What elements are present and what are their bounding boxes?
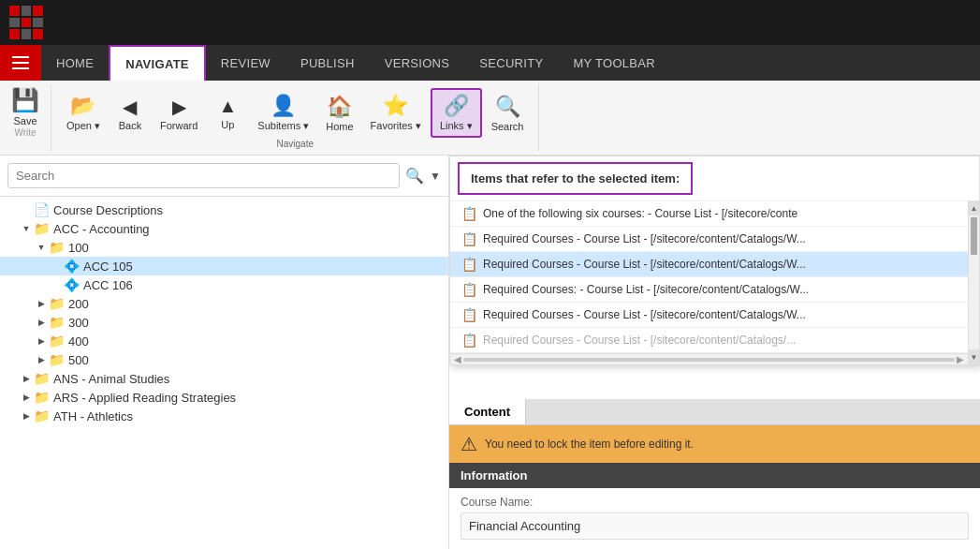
tree-item-acc[interactable]: ▼ 📁 ACC - Accounting bbox=[0, 219, 448, 238]
nav-review[interactable]: REVIEW bbox=[206, 45, 285, 81]
label-100: 100 bbox=[68, 241, 89, 255]
up-icon: ▲ bbox=[218, 96, 237, 117]
main-area: 🔍 ▼ 📄 Course Descriptions ▼ 📁 ACC - Acco… bbox=[0, 156, 980, 549]
tree-item-100[interactable]: ▼ 📁 100 bbox=[0, 238, 448, 257]
scroll-up-btn[interactable]: ▲ bbox=[969, 200, 979, 215]
back-icon: ◀ bbox=[123, 96, 137, 118]
label-acc: ACC - Accounting bbox=[53, 222, 150, 236]
link-text-4: Required Courses: - Course List - [/site… bbox=[483, 283, 809, 296]
link-item-2[interactable]: 📋 Required Courses - Course List - [/sit… bbox=[450, 227, 968, 252]
link-icon-6: 📋 bbox=[461, 333, 477, 348]
home-icon: 🏠 bbox=[327, 95, 352, 119]
back-button[interactable]: ◀ Back bbox=[110, 92, 151, 135]
toggle-acc106 bbox=[49, 277, 64, 292]
link-icon-5: 📋 bbox=[461, 307, 477, 322]
link-icon-2: 📋 bbox=[461, 231, 477, 246]
links-icon: 🔗 bbox=[444, 94, 469, 118]
search-bar: 🔍 ▼ bbox=[0, 156, 448, 197]
nav-home[interactable]: HOME bbox=[41, 45, 109, 81]
icon-ath: 📁 bbox=[34, 408, 50, 423]
favorites-button[interactable]: ⭐ Favorites ▾ bbox=[363, 90, 429, 136]
tree-item-course-desc[interactable]: 📄 Course Descriptions bbox=[0, 200, 448, 219]
top-bar bbox=[0, 0, 980, 45]
nav-publish[interactable]: PUBLISH bbox=[285, 45, 370, 81]
forward-button[interactable]: ▶ Forward bbox=[153, 92, 205, 135]
label-ars: ARS - Applied Reading Strategies bbox=[53, 391, 236, 405]
links-button[interactable]: 🔗 Links ▾ bbox=[431, 88, 482, 138]
toggle-200: ▶ bbox=[34, 296, 49, 311]
link-icon-4: 📋 bbox=[461, 282, 477, 297]
toggle-100: ▼ bbox=[34, 240, 49, 255]
nav-mytoolbar[interactable]: MY TOOLBAR bbox=[558, 45, 670, 81]
content-tabs: Content bbox=[449, 399, 980, 425]
info-form: Course Name: Financial Accounting bbox=[449, 488, 980, 547]
links-popup-list: 📋 One of the following six courses: - Co… bbox=[450, 200, 968, 353]
search-dropdown-arrow[interactable]: ▼ bbox=[430, 170, 441, 183]
subitems-icon: 👤 bbox=[271, 94, 296, 118]
popup-vscrollbar[interactable]: ▲ ▼ bbox=[968, 200, 979, 364]
icon-acc: 📁 bbox=[34, 221, 50, 236]
tree-item-200[interactable]: ▶ 📁 200 bbox=[0, 294, 448, 313]
link-text-2: Required Courses - Course List - [/sitec… bbox=[483, 232, 806, 245]
tree-item-ars[interactable]: ▶ 📁 ARS - Applied Reading Strategies bbox=[0, 388, 448, 407]
search-ribbon-button[interactable]: 🔍 Search bbox=[484, 91, 532, 136]
course-name-label: Course Name: bbox=[461, 496, 969, 509]
nav-security[interactable]: SECURITY bbox=[464, 45, 558, 81]
home-ribbon-button[interactable]: 🏠 Home bbox=[318, 91, 360, 136]
nav-versions[interactable]: VERSIONS bbox=[370, 45, 465, 81]
tree-item-400[interactable]: ▶ 📁 400 bbox=[0, 332, 448, 350]
warning-text: You need to lock the item before editing… bbox=[485, 438, 694, 451]
course-name-value: Financial Accounting bbox=[461, 512, 969, 540]
links-popup-title: Items that refer to the selected item: bbox=[458, 162, 693, 195]
tree-item-ath[interactable]: ▶ 📁 ATH - Athletics bbox=[0, 407, 448, 425]
link-text-5: Required Courses - Course List - [/sitec… bbox=[483, 308, 806, 321]
toggle-ans: ▶ bbox=[19, 371, 34, 386]
label-ans: ANS - Animal Studies bbox=[53, 372, 169, 386]
search-input[interactable] bbox=[7, 163, 400, 188]
label-200: 200 bbox=[68, 297, 89, 311]
content-panel: Items that refer to the selected item: 📋… bbox=[449, 156, 980, 549]
hamburger-menu[interactable] bbox=[0, 45, 41, 81]
link-icon-3: 📋 bbox=[461, 257, 477, 272]
popup-hscrollbar[interactable]: ◀▶ bbox=[450, 353, 968, 364]
label-500: 500 bbox=[68, 353, 89, 367]
toggle-500: ▶ bbox=[34, 352, 49, 367]
open-icon: 📂 bbox=[70, 94, 95, 118]
toggle-ath: ▶ bbox=[19, 408, 34, 423]
tab-content[interactable]: Content bbox=[449, 399, 526, 424]
tree-item-300[interactable]: ▶ 📁 300 bbox=[0, 313, 448, 332]
toggle-300: ▶ bbox=[34, 315, 49, 330]
open-button[interactable]: 📂 Open ▾ bbox=[59, 90, 108, 136]
subitems-button[interactable]: 👤 Subitems ▾ bbox=[250, 90, 316, 136]
label-acc106: ACC 106 bbox=[83, 278, 133, 292]
label-300: 300 bbox=[68, 316, 89, 330]
tree-item-ans[interactable]: ▶ 📁 ANS - Animal Studies bbox=[0, 369, 448, 388]
label-400: 400 bbox=[68, 334, 89, 349]
nav-navigate[interactable]: NAVIGATE bbox=[109, 45, 206, 81]
ribbon: 💾 Save Write 📂 Open ▾ ◀ Back ▶ Forward ▲ bbox=[0, 81, 980, 156]
app-logo[interactable] bbox=[9, 6, 43, 39]
scroll-down-btn[interactable]: ▼ bbox=[969, 349, 979, 364]
link-item-1[interactable]: 📋 One of the following six courses: - Co… bbox=[450, 201, 968, 227]
tree-item-acc105[interactable]: 💠 ACC 105 bbox=[0, 257, 448, 275]
scroll-thumb[interactable] bbox=[971, 217, 977, 255]
sidebar: 🔍 ▼ 📄 Course Descriptions ▼ 📁 ACC - Acco… bbox=[0, 156, 449, 549]
link-item-5[interactable]: 📋 Required Courses - Course List - [/sit… bbox=[450, 303, 968, 328]
navigate-section-label: Navigate bbox=[277, 139, 314, 149]
link-item-6[interactable]: 📋 Required Courses - Course List - [/sit… bbox=[450, 328, 968, 353]
label-acc105: ACC 105 bbox=[83, 260, 133, 274]
save-icon: 💾 bbox=[11, 87, 39, 113]
save-button[interactable]: 💾 Save Write bbox=[0, 84, 51, 151]
ribbon-navigate-section: 📂 Open ▾ ◀ Back ▶ Forward ▲ Up 👤 Subitem… bbox=[51, 84, 539, 151]
link-item-4[interactable]: 📋 Required Courses: - Course List - [/si… bbox=[450, 277, 968, 303]
link-item-3[interactable]: 📋 Required Courses - Course List - [/sit… bbox=[450, 252, 968, 277]
search-button[interactable]: 🔍 bbox=[405, 167, 424, 185]
tree-item-500[interactable]: ▶ 📁 500 bbox=[0, 350, 448, 369]
icon-course-desc: 📄 bbox=[34, 202, 50, 217]
links-popup: Items that refer to the selected item: 📋… bbox=[449, 156, 980, 365]
search-ribbon-icon: 🔍 bbox=[495, 95, 520, 119]
icon-500: 📁 bbox=[49, 352, 65, 367]
tree-item-acc106[interactable]: 💠 ACC 106 bbox=[0, 275, 448, 294]
up-button[interactable]: ▲ Up bbox=[207, 92, 248, 134]
label-ath: ATH - Athletics bbox=[53, 409, 133, 423]
